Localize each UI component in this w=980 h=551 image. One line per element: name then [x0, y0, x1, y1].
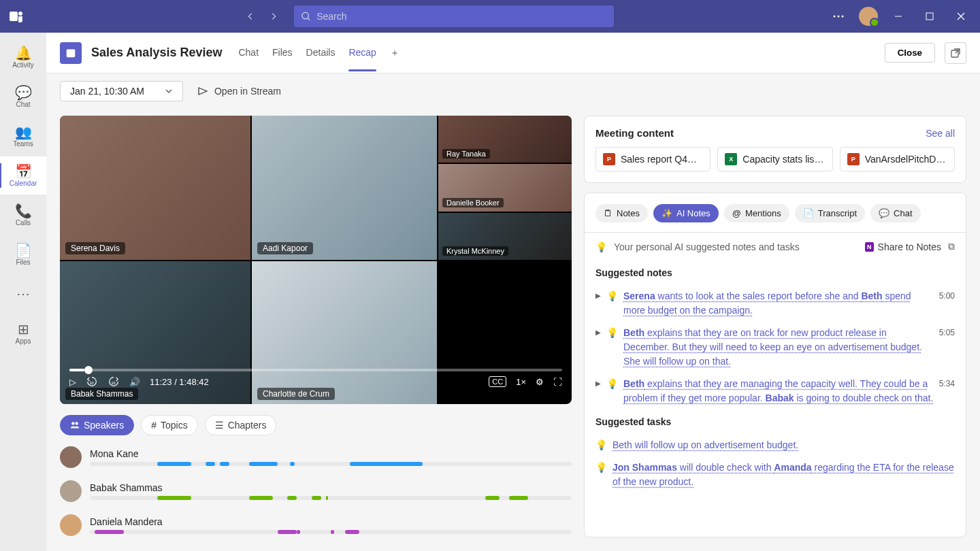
close-window-button[interactable]: [950, 5, 972, 27]
search-icon: [301, 11, 311, 22]
nav-forward-button[interactable]: [264, 7, 283, 26]
svg-point-4: [838, 16, 840, 18]
search-input-container[interactable]: [294, 5, 614, 27]
teams-logo: [8, 7, 27, 26]
svg-rect-0: [10, 12, 18, 21]
svg-point-1: [18, 12, 22, 16]
svg-rect-6: [926, 13, 933, 20]
user-avatar[interactable]: [859, 7, 878, 26]
svg-point-3: [834, 16, 836, 18]
minimize-button[interactable]: [887, 5, 909, 27]
maximize-button[interactable]: [919, 5, 941, 27]
svg-point-5: [842, 16, 844, 18]
more-options-button[interactable]: [828, 5, 849, 27]
svg-point-2: [302, 12, 308, 18]
nav-back-button[interactable]: [241, 7, 260, 26]
search-input[interactable]: [316, 11, 607, 22]
